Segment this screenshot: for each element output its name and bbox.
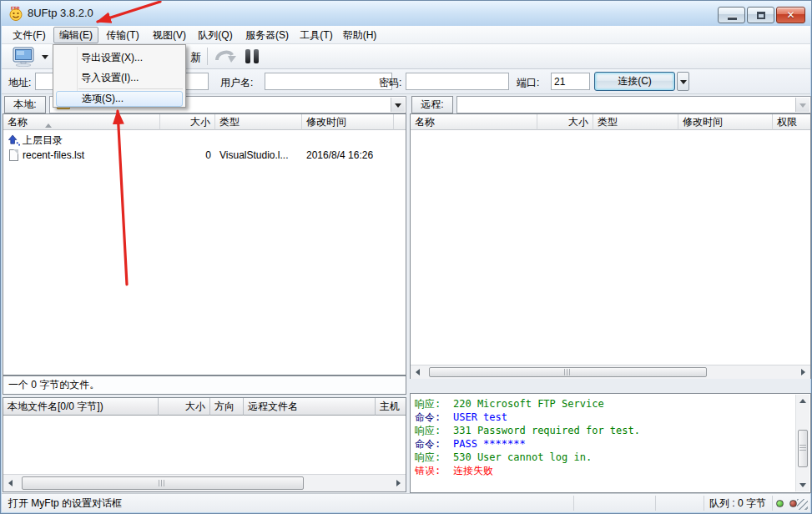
scrollbar-thumb[interactable] (22, 476, 304, 490)
menu-transfer[interactable]: 传输(T) (102, 27, 144, 43)
port-label: 端口: (517, 76, 539, 90)
connect-button[interactable]: 连接(C) (594, 72, 675, 91)
log-vertical-scrollbar[interactable] (795, 395, 809, 491)
menu-item-options[interactable]: 选项(S)... (56, 91, 183, 107)
menu-edit[interactable]: 编辑(E) (53, 27, 98, 43)
remote-horizontal-scrollbar[interactable] (411, 365, 810, 379)
pause-icon (245, 49, 250, 63)
chevron-down-icon (42, 55, 48, 63)
status-pane (574, 496, 656, 511)
remote-column-size[interactable]: 大小 (537, 114, 593, 130)
queue-column-host[interactable]: 主机 (376, 398, 406, 416)
transfer-button[interactable] (214, 48, 237, 66)
local-column-size[interactable]: 大小 (160, 114, 215, 130)
remote-panel: 远程: 名称 大小 类型 修改时间 权限 (410, 96, 811, 379)
menu-queue[interactable]: 队列(Q) (194, 27, 237, 43)
queue-horizontal-scrollbar[interactable] (3, 474, 406, 491)
remote-column-permissions[interactable]: 权限 (773, 114, 810, 130)
local-column-modified[interactable]: 修改时间 (302, 114, 394, 130)
svg-text:FTP: FTP (11, 6, 20, 11)
remote-column-name[interactable]: 名称 (411, 114, 537, 130)
password-label: 密码: (379, 76, 401, 90)
menu-item-export-settings[interactable]: 导出设置(X)... (56, 48, 183, 67)
pause-button[interactable] (244, 48, 262, 65)
local-column-name[interactable]: 名称 (3, 114, 160, 130)
local-status-text: 一个 0 字节的文件。 (3, 375, 406, 395)
window-title: 8UFtp 3.8.2.0 (28, 7, 93, 19)
local-path-dropdown-button[interactable] (391, 98, 405, 112)
log-line: 响应:530 User cannot log in. (415, 451, 592, 464)
chevron-down-icon (799, 103, 806, 111)
address-label: 地址: (8, 76, 31, 90)
scroll-left-button[interactable] (411, 366, 425, 378)
local-column-type[interactable]: 类型 (215, 114, 302, 130)
remote-path-dropdown-button[interactable] (795, 98, 809, 112)
edit-menu-popup: 导出设置(X)... 导入设置(I)... 选项(S)... (53, 44, 186, 108)
scroll-right-button[interactable] (391, 476, 405, 491)
status-message: 打开 MyFtp 的设置对话框 (3, 496, 574, 511)
log-line: 命令:USER test (415, 411, 507, 424)
remote-tab[interactable]: 远程: (411, 96, 453, 113)
menu-tools[interactable]: 工具(T) (297, 27, 335, 43)
connect-dropdown-button[interactable] (677, 72, 689, 91)
file-icon (9, 149, 18, 161)
resize-grip[interactable] (797, 499, 808, 510)
remote-column-type[interactable]: 类型 (593, 114, 678, 130)
chevron-down-icon (395, 103, 401, 111)
scroll-down-button[interactable] (796, 478, 809, 491)
refresh-button-partial[interactable]: 新 (190, 50, 204, 65)
file-row[interactable]: recent-files.lst 0 VisualStudio.l... 201… (4, 148, 405, 163)
connect-computer-button[interactable] (10, 47, 50, 67)
file-name: recent-files.lst (23, 148, 84, 163)
file-row-parent-dir[interactable]: 上层目录 (4, 133, 405, 148)
username-label: 用户名: (220, 76, 253, 90)
maximize-icon (757, 12, 765, 19)
queue-column-direction[interactable]: 方向 (210, 398, 244, 416)
menu-separator (78, 88, 183, 89)
app-window: FTP 8UFtp 3.8.2.0 ✕ 文件(F) 编辑(E) 传输(T) 视图… (0, 0, 812, 514)
scrollbar-thumb[interactable] (429, 367, 707, 377)
remote-column-modified[interactable]: 修改时间 (678, 114, 773, 130)
close-button[interactable]: ✕ (776, 7, 805, 23)
menu-server[interactable]: 服务器(S) (240, 27, 294, 43)
app-icon[interactable]: FTP (8, 6, 23, 21)
transfer-icon (214, 48, 237, 66)
log-panel: 响应:220 Microsoft FTP Service 命令:USER tes… (410, 393, 811, 493)
connect-computer-icon (10, 47, 38, 67)
sort-ascending-icon (45, 120, 52, 128)
queue-column-size[interactable]: 大小 (159, 398, 210, 416)
queue-column-remote-file[interactable]: 远程文件名 (244, 398, 376, 416)
local-panel: 本地: 名称 大小 类型 修改时间 上层目录 (3, 96, 406, 395)
menu-item-import-settings[interactable]: 导入设置(I)... (56, 68, 183, 87)
scrollbar-thumb[interactable] (798, 430, 808, 467)
close-icon: ✕ (777, 9, 804, 21)
local-column-filler (394, 114, 406, 130)
log-line: 响应:331 Password required for test. (415, 424, 640, 437)
green-status-led (776, 500, 784, 507)
status-pane (656, 496, 704, 511)
local-tab[interactable]: 本地: (4, 96, 46, 113)
username-input[interactable] (265, 73, 392, 90)
status-bar: 打开 MyFtp 的设置对话框 队列 : 0 字节 (2, 493, 810, 512)
file-name: 上层目录 (23, 133, 63, 148)
menu-view[interactable]: 视图(V) (149, 27, 190, 43)
log-line: 响应:220 Microsoft FTP Service (415, 397, 604, 411)
scroll-up-button[interactable] (796, 395, 809, 408)
password-input[interactable] (406, 73, 509, 90)
port-input[interactable] (551, 73, 590, 90)
menu-file[interactable]: 文件(F) (8, 27, 50, 43)
title-bar[interactable]: FTP 8UFtp 3.8.2.0 ✕ (1, 1, 811, 26)
local-file-list[interactable]: 名称 大小 类型 修改时间 上层目录 recent-files.lst 0 Vi… (3, 113, 406, 375)
remote-file-list[interactable]: 名称 大小 类型 修改时间 权限 (410, 113, 811, 379)
minimize-button[interactable] (718, 7, 745, 23)
file-modified: 2016/8/4 16:26 (306, 148, 373, 163)
remote-path-combobox[interactable] (456, 96, 811, 113)
scroll-left-button[interactable] (4, 476, 18, 491)
queue-column-local-file[interactable]: 本地文件名[0/0 字节]) (3, 398, 159, 416)
maximize-button[interactable] (747, 7, 774, 23)
scroll-right-button[interactable] (796, 366, 809, 378)
log-line: 错误:连接失败 (415, 464, 493, 477)
menu-help[interactable]: 帮助(H) (339, 27, 381, 43)
transfer-queue-panel[interactable]: 本地文件名[0/0 字节]) 大小 方向 远程文件名 主机 (3, 397, 406, 492)
file-type: VisualStudio.l... (219, 148, 289, 163)
